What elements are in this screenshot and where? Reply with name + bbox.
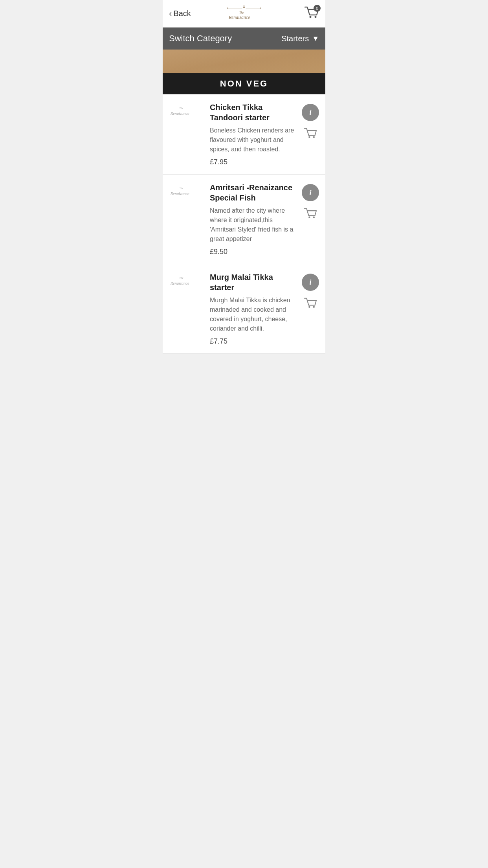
svg-point-16 bbox=[308, 217, 310, 218]
item-actions-2: i bbox=[302, 182, 319, 223]
item-price-1: £7.95 bbox=[210, 158, 296, 166]
item-logo-1: The Renaizance bbox=[169, 102, 204, 120]
brand-logo-1: The Renaizance bbox=[169, 104, 202, 119]
svg-point-9 bbox=[315, 16, 317, 18]
svg-marker-0 bbox=[243, 4, 245, 6]
cart-add-icon-1 bbox=[304, 128, 317, 140]
svg-point-21 bbox=[313, 306, 315, 308]
svg-text:The: The bbox=[179, 276, 183, 279]
svg-point-8 bbox=[310, 16, 312, 18]
svg-text:The: The bbox=[239, 11, 244, 15]
back-label: Back bbox=[173, 9, 191, 18]
svg-text:The: The bbox=[179, 107, 183, 109]
add-to-cart-button-1[interactable] bbox=[302, 125, 319, 142]
cart-badge: 0 bbox=[314, 5, 321, 12]
section-banner: NON VEG bbox=[163, 73, 325, 94]
logo-svg: The Renaizance bbox=[220, 3, 268, 23]
item-name-1: Chicken Tikka Tandoori starter bbox=[210, 102, 296, 123]
dropdown-arrow-icon: ▼ bbox=[312, 35, 319, 43]
svg-text:The: The bbox=[179, 187, 183, 189]
item-actions-1: i bbox=[302, 102, 319, 142]
svg-point-13 bbox=[313, 136, 315, 138]
svg-text:Renaizance: Renaizance bbox=[170, 281, 189, 285]
menu-item: The Renaizance Murg Malai Tikka starter … bbox=[163, 264, 325, 354]
svg-text:Renaizance: Renaizance bbox=[170, 191, 189, 196]
svg-point-5 bbox=[260, 7, 261, 9]
back-button[interactable]: ‹ Back bbox=[169, 9, 191, 19]
add-to-cart-button-2[interactable] bbox=[302, 205, 319, 223]
cart-add-icon-2 bbox=[304, 208, 317, 220]
add-to-cart-button-3[interactable] bbox=[302, 295, 319, 312]
selected-category-name: Starters bbox=[281, 34, 309, 43]
category-bar: Switch Category Starters ▼ bbox=[163, 28, 325, 50]
cart-button[interactable]: 0 bbox=[304, 6, 319, 21]
svg-point-4 bbox=[227, 7, 228, 9]
brand-logo-2: The Renaizance bbox=[169, 184, 202, 199]
menu-item: The Renaizance Amritsari -Renaizance Spe… bbox=[163, 175, 325, 264]
svg-point-20 bbox=[308, 306, 310, 308]
section-banner-text: NON VEG bbox=[220, 79, 268, 88]
item-desc-3: Murgh Malai Tikka is chicken marinaded a… bbox=[210, 296, 296, 333]
item-logo-2: The Renaizance bbox=[169, 182, 204, 200]
item-desc-1: Boneless Chicken renders are flavoured w… bbox=[210, 126, 296, 154]
svg-text:Renaizance: Renaizance bbox=[228, 15, 250, 20]
brand-logo-3: The Renaizance bbox=[169, 274, 202, 289]
item-price-2: £9.50 bbox=[210, 248, 296, 256]
hero-background bbox=[163, 50, 325, 73]
item-name-2: Amritsari -Renaizance Special Fish bbox=[210, 182, 296, 203]
menu-list: The Renaizance Chicken Tikka Tandoori st… bbox=[163, 94, 325, 354]
menu-item: The Renaizance Chicken Tikka Tandoori st… bbox=[163, 94, 325, 175]
item-desc-2: Named after the city where where it orig… bbox=[210, 206, 296, 244]
switch-category-label: Switch Category bbox=[169, 33, 232, 44]
item-price-3: £7.75 bbox=[210, 337, 296, 346]
svg-point-12 bbox=[308, 136, 310, 138]
item-info-2: Amritsari -Renaizance Special Fish Named… bbox=[210, 182, 296, 256]
info-icon-2: i bbox=[309, 189, 311, 197]
item-actions-3: i bbox=[302, 272, 319, 312]
info-button-3[interactable]: i bbox=[302, 274, 319, 291]
logo: The Renaizance bbox=[220, 3, 268, 24]
item-info-1: Chicken Tikka Tandoori starter Boneless … bbox=[210, 102, 296, 166]
info-icon-1: i bbox=[309, 108, 311, 117]
app-header: ‹ Back The Renaizance bbox=[163, 0, 325, 28]
info-button-1[interactable]: i bbox=[302, 104, 319, 121]
info-button-2[interactable]: i bbox=[302, 184, 319, 201]
back-chevron-icon: ‹ bbox=[169, 9, 172, 19]
item-logo-3: The Renaizance bbox=[169, 272, 204, 290]
svg-point-17 bbox=[313, 217, 315, 218]
item-info-3: Murg Malai Tikka starter Murgh Malai Tik… bbox=[210, 272, 296, 346]
cart-add-icon-3 bbox=[304, 298, 317, 309]
svg-point-1 bbox=[243, 7, 245, 8]
info-icon-3: i bbox=[309, 278, 311, 287]
category-selector[interactable]: Starters ▼ bbox=[281, 34, 319, 43]
item-name-3: Murg Malai Tikka starter bbox=[210, 272, 296, 292]
svg-text:Renaizance: Renaizance bbox=[170, 111, 189, 116]
